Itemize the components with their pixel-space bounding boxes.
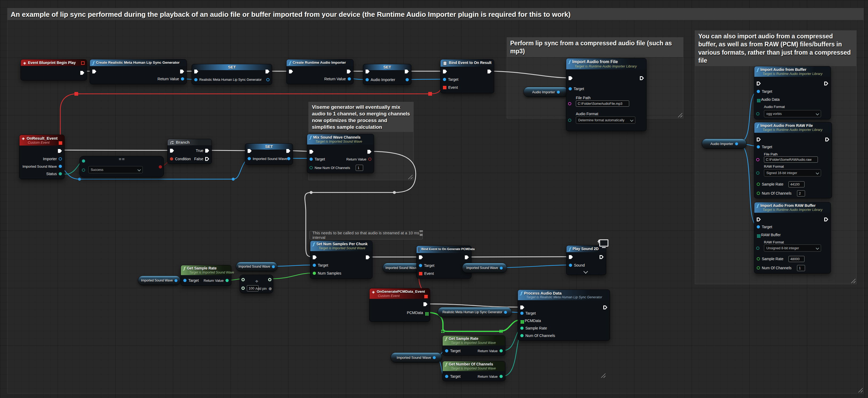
false-exec-pin[interactable] bbox=[205, 157, 209, 161]
exec-out-pin[interactable] bbox=[599, 255, 603, 259]
exec-in-pin[interactable] bbox=[569, 76, 572, 80]
raw-format-dropdown[interactable]: Unsigned 8-bit integer bbox=[764, 244, 821, 252]
target-pin[interactable] bbox=[520, 311, 524, 315]
node-import-audio-from-file[interactable]: ƒ Import Audio from File Target is Runti… bbox=[566, 58, 647, 131]
num-channels-input[interactable]: 2 bbox=[797, 190, 805, 196]
enum-in-pin[interactable] bbox=[82, 159, 85, 163]
var-out-pin[interactable] bbox=[504, 311, 507, 314]
new-num-channels-pin[interactable] bbox=[310, 166, 313, 169]
node-import-audio-from-raw-buffer[interactable]: ƒ Import Audio From RAW Buffer Target is… bbox=[754, 202, 831, 273]
var-out-pin[interactable] bbox=[500, 267, 503, 269]
node-event-begin-play[interactable]: ◈ Event Blueprint Begin Play bbox=[21, 59, 87, 80]
exec-in-pin[interactable] bbox=[443, 70, 447, 74]
exec-in-pin[interactable] bbox=[313, 255, 317, 259]
target-pin[interactable] bbox=[757, 225, 760, 228]
exec-in-pin[interactable] bbox=[419, 255, 423, 259]
node-set-num-samples-per-chunk[interactable]: ƒ Set Num Samples Per Chunk Target is Im… bbox=[310, 240, 372, 279]
enum-value-dropdown[interactable]: Success bbox=[88, 166, 143, 173]
exec-out-pin[interactable] bbox=[347, 70, 351, 74]
var-pill-imported-sound-wave[interactable]: Imported Sound Wave bbox=[391, 353, 442, 363]
target-pin[interactable] bbox=[313, 264, 316, 267]
num-channels-pin[interactable] bbox=[520, 334, 524, 337]
sample-rate-pin[interactable] bbox=[757, 183, 760, 186]
target-pin[interactable] bbox=[183, 279, 187, 282]
file-path-input[interactable]: C:\Folder\SomeAudioFile.mp3 bbox=[576, 100, 629, 107]
var-pill-audio-importer[interactable]: Audio Importer bbox=[702, 139, 747, 149]
exec-in-pin[interactable] bbox=[310, 150, 313, 154]
blueprint-graph[interactable]: An example of lip sync performed during … bbox=[0, 0, 868, 398]
target-pin[interactable] bbox=[757, 90, 760, 93]
node-onresult-event[interactable]: ◈ OnResult_Event Custom Event Importer I… bbox=[19, 135, 65, 179]
pin-tooltip-icon[interactable] bbox=[419, 230, 424, 237]
expand-node-chevron[interactable] bbox=[584, 269, 588, 274]
node-import-audio-from-buffer[interactable]: ƒ Import Audio from Buffer Target is Run… bbox=[754, 66, 831, 120]
return-value-pin[interactable] bbox=[499, 349, 503, 353]
exec-in-pin[interactable] bbox=[289, 70, 293, 74]
target-pin[interactable] bbox=[569, 87, 572, 90]
true-exec-pin[interactable] bbox=[205, 149, 209, 153]
exec-in-pin[interactable] bbox=[757, 138, 761, 141]
node-set-audio-importer[interactable]: SET Audio Importer bbox=[363, 64, 411, 85]
var-out-pin[interactable] bbox=[272, 265, 275, 268]
exec-out-pin[interactable] bbox=[405, 70, 409, 74]
delegate-pin[interactable] bbox=[59, 141, 62, 145]
var-in-pin[interactable] bbox=[248, 157, 251, 160]
return-value-pin[interactable] bbox=[225, 279, 229, 282]
imported-sound-wave-pin[interactable] bbox=[59, 165, 62, 168]
var-out-pin[interactable] bbox=[433, 356, 436, 359]
exec-out-pin[interactable] bbox=[488, 70, 492, 74]
var-pill-imported-sound-wave[interactable]: Imported Sound Wave bbox=[236, 262, 278, 271]
var-out-pin[interactable] bbox=[406, 78, 409, 81]
audio-format-dropdown[interactable]: ogg vorbis bbox=[764, 110, 821, 117]
delegate-pin[interactable] bbox=[81, 61, 85, 65]
node-play-sound-2d[interactable]: ƒ Play Sound 2D Sound bbox=[566, 245, 606, 275]
audio-format-pin[interactable] bbox=[756, 112, 760, 115]
exec-in-pin[interactable] bbox=[194, 70, 198, 74]
var-in-pin[interactable] bbox=[194, 78, 197, 81]
return-value-pin[interactable] bbox=[499, 375, 503, 378]
divisor-pin[interactable] bbox=[242, 287, 245, 290]
target-pin[interactable] bbox=[757, 145, 760, 148]
var-out-pin[interactable] bbox=[557, 91, 560, 94]
exec-out-pin[interactable] bbox=[58, 149, 62, 153]
event-delegate-pin[interactable] bbox=[443, 86, 446, 89]
target-pin[interactable] bbox=[445, 375, 448, 378]
node-create-runtime-importer[interactable]: ƒ Create Runtime Audio Importer Return V… bbox=[286, 59, 353, 84]
exec-out-pin[interactable] bbox=[825, 138, 829, 141]
exec-in-pin[interactable] bbox=[757, 81, 761, 86]
exec-out-pin[interactable] bbox=[824, 81, 828, 86]
node-integer-divide[interactable]: ÷ 100 ⊕ Add pin bbox=[240, 274, 273, 293]
node-equal-enum[interactable]: == Success bbox=[80, 156, 164, 177]
num-channels-input[interactable]: 1 bbox=[797, 265, 805, 271]
node-bind-event-on-generate-pcmdata[interactable]: Bind Event to On Generate PCMData Target… bbox=[416, 245, 471, 278]
file-path-pin[interactable] bbox=[756, 158, 760, 161]
enum-in-pin[interactable] bbox=[82, 168, 85, 172]
target-pin[interactable] bbox=[419, 264, 422, 267]
node-get-number-of-channels[interactable]: ƒ Get Number Of Channels Target is Impor… bbox=[442, 361, 505, 381]
file-path-pin[interactable] bbox=[568, 102, 571, 105]
importer-pin[interactable] bbox=[59, 157, 62, 161]
target-pin[interactable] bbox=[445, 349, 448, 353]
status-pin[interactable] bbox=[59, 172, 62, 175]
exec-out-pin[interactable] bbox=[266, 70, 270, 74]
num-channels-pin[interactable] bbox=[757, 266, 760, 269]
raw-format-pin[interactable] bbox=[756, 171, 760, 175]
delegate-pin[interactable] bbox=[424, 295, 428, 298]
node-set-imported-sound-wave[interactable]: SET Imported Sound Wave bbox=[245, 143, 293, 165]
raw-buffer-array-pin[interactable] bbox=[757, 234, 758, 235]
exec-in-pin[interactable] bbox=[520, 305, 524, 309]
node-create-realistic-generator[interactable]: ƒ Create Realistic Meta Human Lip Sync G… bbox=[90, 59, 187, 84]
exec-out-pin[interactable] bbox=[603, 305, 607, 309]
sample-rate-input[interactable]: 44100 bbox=[788, 181, 805, 188]
audio-format-dropdown[interactable]: Determine format automatically bbox=[576, 117, 635, 124]
bool-out-pin[interactable] bbox=[159, 165, 162, 168]
node-get-sample-rate-bottom[interactable]: ƒ Get Sample Rate Target is Imported Sou… bbox=[442, 335, 505, 356]
var-pill-realistic-generator[interactable]: Realistic Meta Human Lip Sync Generator bbox=[438, 307, 512, 317]
target-pin[interactable] bbox=[310, 158, 313, 161]
return-value-pin[interactable] bbox=[181, 77, 184, 80]
node-ongeneratepcmdata-event[interactable]: ◈ OnGeneratePCMData_Event Custom Event P… bbox=[369, 288, 430, 322]
node-mix-sound-wave-channels[interactable]: ƒ Mix Sound Wave Channels Target is Impo… bbox=[307, 134, 374, 173]
add-pin-label[interactable]: Add pin bbox=[255, 287, 267, 291]
event-delegate-pin[interactable] bbox=[419, 272, 423, 275]
exec-in-pin[interactable] bbox=[170, 149, 174, 153]
